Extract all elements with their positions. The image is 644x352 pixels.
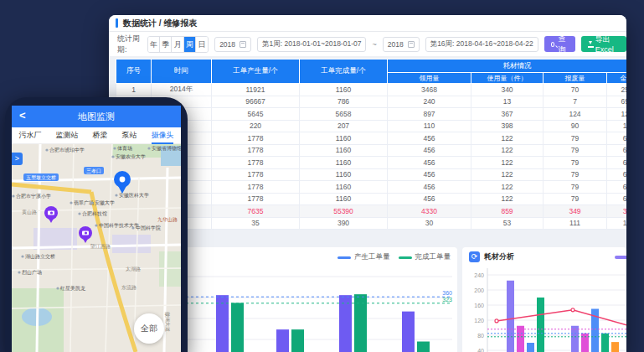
table-cell: 67 <box>607 157 627 169</box>
bar-completed <box>417 342 430 352</box>
phone-screen: < 地图监测 污水厂监测站桥梁泵站摄像头 <box>12 106 181 352</box>
period-option-年[interactable]: 年 <box>148 37 160 52</box>
bar <box>507 281 514 352</box>
map-label: 红星美凯龙 <box>59 285 85 292</box>
poi-dot <box>21 255 23 257</box>
map-label: 中国科学院 <box>136 225 161 231</box>
map-label: 合肥市宁溪小学 <box>16 193 51 199</box>
table-cell: 67 <box>607 144 627 157</box>
period-option-日[interactable]: 日 <box>196 37 208 52</box>
total-cell: 4330 <box>388 205 471 218</box>
avg-cell: 30 <box>388 217 471 230</box>
week-from-input[interactable]: 第1周: 2018-01-01~2018-01-07 <box>257 37 366 52</box>
avg-cell: 53 <box>471 217 544 230</box>
period-option-季[interactable]: 季 <box>160 37 172 52</box>
breadcrumb-accent-bar <box>116 18 118 28</box>
poi-dot <box>95 224 97 226</box>
total-cell: 349 <box>544 205 607 218</box>
table-row: 177811604561227967 <box>116 144 627 157</box>
sub-col-header: 领用量 <box>388 73 471 84</box>
map-label: 九华山路 <box>157 217 178 223</box>
group-header: 耗材情况 <box>388 60 627 73</box>
period-option-月[interactable]: 月 <box>172 37 183 52</box>
poi-dot <box>12 194 14 197</box>
y-tick-label: 160 <box>474 303 484 308</box>
table-row: 177811604561227967 <box>116 157 627 169</box>
breadcrumb: 数据统计 / 维修报表 <box>123 18 197 29</box>
table-row: 177811604561227967 <box>116 168 627 181</box>
table-cell: 79 <box>544 181 607 194</box>
table-cell: 67 <box>607 181 627 194</box>
mobile-tab-摄像头[interactable]: 摄像头 <box>152 127 174 144</box>
bar-completed <box>231 303 244 352</box>
week-to-input[interactable]: 第16周: 2018-04-16~2018-04-22 <box>425 37 538 52</box>
table-row: 177811604561227967 <box>116 193 627 205</box>
legend-item[interactable]: 完成工单量 <box>399 252 451 262</box>
legend-item[interactable]: 产生工单量 <box>337 252 390 262</box>
map-container[interactable]: 合肥市琥珀中学体育场安徽农业大学安徽省博物馆五里墩立交桥三孝口合肥市宁溪小学黄山… <box>12 144 181 352</box>
table-cell: 1778 <box>212 168 300 181</box>
y-tick-label: 200 <box>474 287 484 293</box>
map-label: 徽州大道 <box>164 311 171 332</box>
poi-dot <box>45 148 48 151</box>
table-cell: 122 <box>471 181 544 194</box>
poi-dot <box>115 194 117 196</box>
back-button[interactable]: < <box>19 109 26 122</box>
chart2-legend-swatch[interactable] <box>615 256 626 259</box>
period-option-周[interactable]: 周 <box>184 37 196 52</box>
table-cell: 1160 <box>300 157 388 169</box>
bar-completed <box>291 329 304 352</box>
table-cell: 786 <box>300 96 388 108</box>
mobile-tab-泵站[interactable]: 泵站 <box>122 127 137 144</box>
year-to-select[interactable]: 2018 <box>383 37 420 52</box>
sub-col-header: 报废量 <box>544 73 607 84</box>
map-label: 望江西路 <box>90 243 111 250</box>
table-row: 177811604561227967 <box>116 181 627 194</box>
col-header: 序号 <box>116 60 152 84</box>
map-label: 安徽农业大学 <box>116 153 146 160</box>
export-excel-button[interactable]: 导出Excel <box>581 36 626 52</box>
period-segmented-control: 年季月周日 <box>147 36 209 53</box>
avg-cell: 111 <box>544 217 607 230</box>
bar <box>601 334 609 352</box>
total-cell: 859 <box>471 205 544 218</box>
table-cell: 1 <box>116 84 152 96</box>
y-tick-label: 40 <box>477 348 484 352</box>
table-cell: 1160 <box>300 181 388 194</box>
report-table: 序号时间工单产生量/个工单完成量/个耗材情况领用量使用量（件）报废量金额 120… <box>116 59 626 230</box>
mobile-tab-桥梁[interactable]: 桥梁 <box>93 127 108 144</box>
table-row: 96667786240137690 <box>116 96 627 108</box>
query-button[interactable]: 查询 <box>544 36 575 52</box>
table-cell: 13 <box>471 96 544 108</box>
table-cell: 456 <box>388 168 471 181</box>
table-cell: 456 <box>388 144 471 157</box>
map-pan-button[interactable]: > <box>12 153 23 165</box>
table-cell: 1160 <box>300 84 388 96</box>
refresh-icon: ⟳ <box>469 251 480 262</box>
map-label: 黄山路 <box>22 210 37 215</box>
table-cell: 1160 <box>300 168 388 181</box>
chart2-title: 耗材分析 <box>484 251 611 262</box>
table-cell: 129 <box>607 108 627 121</box>
map-campus <box>112 235 151 253</box>
table-cell: 67 <box>607 132 627 145</box>
table-cell: 79 <box>544 144 607 157</box>
table-cell: 1778 <box>212 132 300 145</box>
mobile-tab-监测站[interactable]: 监测站 <box>56 127 79 144</box>
bar <box>581 334 589 352</box>
show-all-button[interactable]: 全部 <box>134 313 164 344</box>
col-header: 工单完成量/个 <box>300 60 388 84</box>
poi-dot <box>111 155 114 158</box>
map-park <box>159 251 181 287</box>
trend-line <box>497 310 626 325</box>
poi-dot <box>18 271 20 273</box>
search-icon <box>551 42 555 47</box>
map-label: 安徽医科大学 <box>119 192 149 199</box>
year-from-select[interactable]: 2018 <box>214 37 251 52</box>
map-label: 体育场 <box>117 145 132 152</box>
mobile-tab-污水厂[interactable]: 污水厂 <box>19 127 42 144</box>
table-cell: 340 <box>471 84 544 96</box>
total-cell: 55390 <box>300 205 388 218</box>
charts-row: 产生工单量完成工单量 360323 ⟳ 耗材分析 240200160120804… <box>116 247 626 352</box>
y-tick-label: 120 <box>474 318 484 324</box>
